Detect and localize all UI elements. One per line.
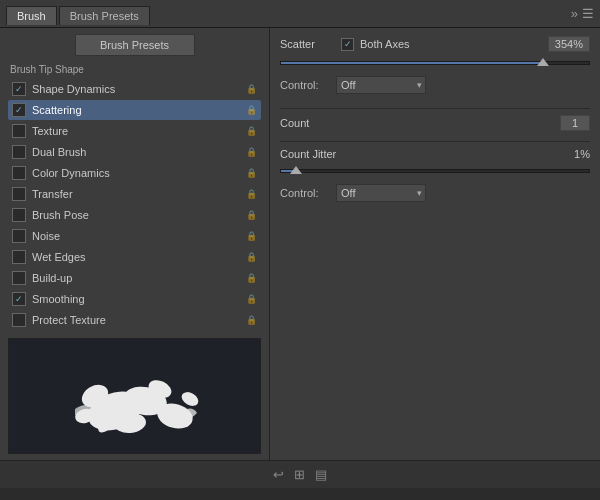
label-scattering: Scattering [32,104,246,116]
lock-build-up: 🔒 [246,273,257,283]
scatter-track [280,61,590,65]
status-bar: ↩ ⊞ ▤ [0,460,600,488]
right-panel: Scatter Both Axes 354% Control: Off Fade… [270,28,600,460]
check-color-dynamics [12,166,26,180]
both-axes-label: Both Axes [360,38,410,50]
label-noise: Noise [32,230,246,242]
brush-item-wet-edges[interactable]: Wet Edges🔒 [8,247,261,267]
lock-scattering: 🔒 [246,105,257,115]
left-panel: Brush Presets Brush Tip Shape Shape Dyna… [0,28,270,460]
scatter-thumb[interactable] [537,58,549,66]
count-value[interactable]: 1 [560,115,590,131]
preview-area [8,338,261,454]
status-icon-3[interactable]: ▤ [315,467,327,482]
brush-list: Shape Dynamics🔒Scattering🔒Texture🔒Dual B… [8,79,261,330]
check-transfer [12,187,26,201]
count-row: Count 1 [280,115,590,131]
jitter-label: Count Jitter [280,148,574,160]
scatter-row: Scatter Both Axes 354% [280,36,590,52]
jitter-slider[interactable] [280,164,590,178]
divider1 [280,108,590,109]
check-wet-edges [12,250,26,264]
status-icon-1[interactable]: ↩ [273,467,284,482]
label-brush-pose: Brush Pose [32,209,246,221]
label-protect-texture: Protect Texture [32,314,246,326]
tab-bar: Brush Brush Presets » ☰ [0,0,600,28]
brush-item-color-dynamics[interactable]: Color Dynamics🔒 [8,163,261,183]
presets-button[interactable]: Brush Presets [75,34,195,56]
label-texture: Texture [32,125,246,137]
lock-transfer: 🔒 [246,189,257,199]
brush-item-dual-brush[interactable]: Dual Brush🔒 [8,142,261,162]
control1-select-wrapper: Off Fade Pen Pressure Pen Tilt [336,76,426,94]
lock-brush-pose: 🔒 [246,210,257,220]
tab-brush-presets[interactable]: Brush Presets [59,6,150,25]
scatter-value[interactable]: 354% [548,36,590,52]
lock-smoothing: 🔒 [246,294,257,304]
brush-item-shape-dynamics[interactable]: Shape Dynamics🔒 [8,79,261,99]
brush-item-texture[interactable]: Texture🔒 [8,121,261,141]
menu-icon[interactable]: ☰ [582,6,594,21]
label-dual-brush: Dual Brush [32,146,246,158]
brush-item-transfer[interactable]: Transfer🔒 [8,184,261,204]
lock-shape-dynamics: 🔒 [246,84,257,94]
divider2 [280,141,590,142]
label-wet-edges: Wet Edges [32,251,246,263]
brush-item-noise[interactable]: Noise🔒 [8,226,261,246]
label-transfer: Transfer [32,188,246,200]
control2-select[interactable]: Off Fade Pen Pressure Pen Tilt [336,184,426,202]
both-axes-checkbox[interactable] [341,38,354,51]
check-shape-dynamics [12,82,26,96]
expand-icon[interactable]: » [571,6,578,21]
tab-brush[interactable]: Brush [6,6,57,25]
label-shape-dynamics: Shape Dynamics [32,83,246,95]
control1-label: Control: [280,79,330,91]
brush-item-build-up[interactable]: Build-up🔒 [8,268,261,288]
check-scattering [12,103,26,117]
check-smoothing [12,292,26,306]
jitter-row: Count Jitter 1% [280,148,590,160]
lock-dual-brush: 🔒 [246,147,257,157]
svg-point-8 [179,389,201,408]
control2-label: Control: [280,187,330,199]
control1-select[interactable]: Off Fade Pen Pressure Pen Tilt [336,76,426,94]
label-smoothing: Smoothing [32,293,246,305]
section-title: Brush Tip Shape [8,64,261,75]
control2-select-wrapper: Off Fade Pen Pressure Pen Tilt [336,184,426,202]
status-icon-2[interactable]: ⊞ [294,467,305,482]
jitter-value: 1% [574,148,590,160]
tab-icons: » ☰ [571,6,594,25]
control1-row: Control: Off Fade Pen Pressure Pen Tilt [280,76,590,94]
check-build-up [12,271,26,285]
check-dual-brush [12,145,26,159]
check-texture [12,124,26,138]
brush-item-scattering[interactable]: Scattering🔒 [8,100,261,120]
lock-wet-edges: 🔒 [246,252,257,262]
brush-item-brush-pose[interactable]: Brush Pose🔒 [8,205,261,225]
label-color-dynamics: Color Dynamics [32,167,246,179]
lock-texture: 🔒 [246,126,257,136]
scatter-label: Scatter [280,38,335,50]
jitter-track [280,169,590,173]
label-build-up: Build-up [32,272,246,284]
scatter-fill [281,62,543,64]
brush-item-protect-texture[interactable]: Protect Texture🔒 [8,310,261,330]
lock-protect-texture: 🔒 [246,315,257,325]
lock-noise: 🔒 [246,231,257,241]
check-protect-texture [12,313,26,327]
main-content: Brush Presets Brush Tip Shape Shape Dyna… [0,28,600,460]
scatter-slider[interactable] [280,56,590,70]
brush-item-smoothing[interactable]: Smoothing🔒 [8,289,261,309]
check-noise [12,229,26,243]
count-label: Count [280,117,560,129]
jitter-thumb[interactable] [290,166,302,174]
check-brush-pose [12,208,26,222]
control2-row: Control: Off Fade Pen Pressure Pen Tilt [280,184,590,202]
brush-preview [35,341,235,451]
lock-color-dynamics: 🔒 [246,168,257,178]
